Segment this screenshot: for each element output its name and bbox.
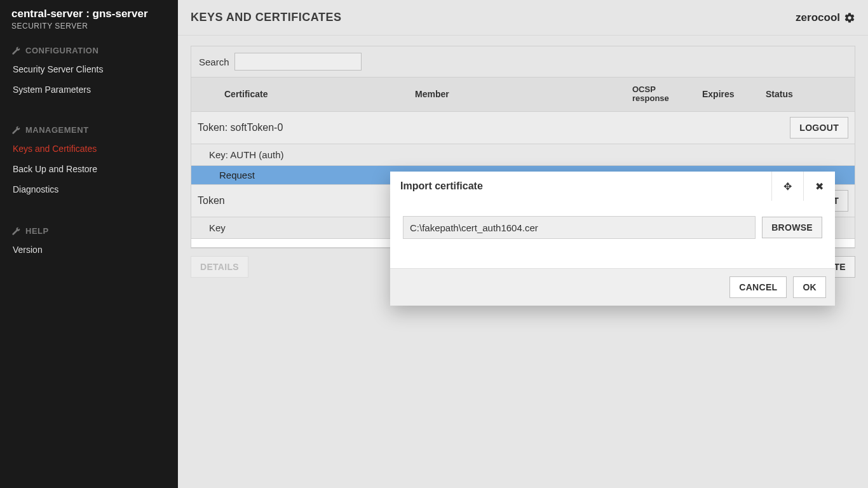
section-configuration-label: CONFIGURATION (25, 46, 98, 55)
col-expires[interactable]: Expires (696, 81, 759, 107)
sidebar-header: central-server : gns-server SECURITY SER… (0, 0, 178, 37)
close-icon: ✖ (815, 180, 824, 193)
search-row: Search (191, 46, 855, 77)
col-status[interactable]: Status (759, 81, 855, 107)
token-row[interactable]: Token: softToken-0 LOGOUT (191, 112, 855, 144)
topbar: KEYS AND CERTIFICATES zerocool (178, 0, 868, 36)
section-help-label: HELP (25, 226, 49, 236)
username: zerocool (796, 11, 840, 24)
server-title: central-server : gns-server (11, 8, 166, 20)
sidebar-item-clients[interactable]: Security Server Clients (0, 59, 178, 79)
page-title: KEYS AND CERTIFICATES (191, 11, 342, 24)
key-row[interactable]: Key: AUTH (auth) (191, 144, 855, 166)
dialog-body: BROWSE (390, 201, 835, 268)
table-header: Certificate Member OCSP response Expires… (191, 77, 855, 112)
details-button[interactable]: DETAILS (191, 256, 248, 278)
token-label: Token: softToken-0 (198, 122, 283, 133)
import-certificate-dialog: Import certificate ✥ ✖ BROWSE CANCEL OK (390, 172, 835, 306)
col-ocsp[interactable]: OCSP response (626, 78, 696, 111)
wrench-icon (11, 227, 20, 236)
dialog-header: Import certificate ✥ ✖ (390, 172, 835, 201)
wrench-icon (11, 46, 20, 55)
sidebar: central-server : gns-server SECURITY SER… (0, 0, 178, 488)
section-configuration: CONFIGURATION (0, 37, 178, 59)
dialog-footer: CANCEL OK (390, 268, 835, 306)
expand-icon: ✥ (783, 180, 792, 193)
cancel-button[interactable]: CANCEL (729, 276, 787, 298)
col-indicator (191, 86, 218, 102)
dialog-maximize-button[interactable]: ✥ (771, 172, 803, 201)
token-label: Token (198, 195, 225, 207)
user-menu[interactable]: zerocool (796, 11, 855, 24)
search-label: Search (199, 57, 229, 67)
sidebar-item-version[interactable]: Version (0, 240, 178, 260)
logout-button[interactable]: LOGOUT (790, 117, 848, 139)
file-path-input[interactable] (403, 216, 756, 239)
sidebar-item-diagnostics[interactable]: Diagnostics (0, 179, 178, 200)
section-management-label: MANAGEMENT (25, 125, 89, 135)
col-member[interactable]: Member (409, 81, 626, 107)
dialog-title: Import certificate (390, 172, 771, 201)
wrench-icon (11, 126, 20, 135)
section-management: MANAGEMENT (0, 116, 178, 139)
section-help: HELP (0, 217, 178, 240)
browse-button[interactable]: BROWSE (762, 217, 822, 238)
search-input[interactable] (234, 53, 362, 71)
gear-icon (844, 12, 855, 24)
dialog-close-button[interactable]: ✖ (803, 172, 835, 201)
sidebar-item-params[interactable]: System Parameters (0, 79, 178, 100)
sidebar-item-keys[interactable]: Keys and Certificates (0, 139, 178, 159)
sidebar-item-backup[interactable]: Back Up and Restore (0, 159, 178, 179)
main: KEYS AND CERTIFICATES zerocool Search Ce… (178, 0, 868, 488)
server-subtitle: SECURITY SERVER (11, 22, 166, 30)
col-certificate[interactable]: Certificate (218, 81, 409, 107)
ok-button[interactable]: OK (793, 276, 826, 298)
